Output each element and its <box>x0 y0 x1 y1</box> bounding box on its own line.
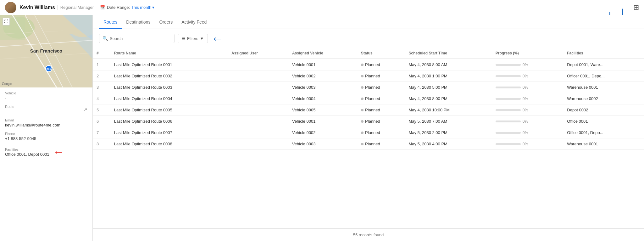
cell-progress: 0% <box>492 116 563 127</box>
progress-bar <box>496 64 521 66</box>
cell-status: Planned <box>357 104 405 116</box>
vehicle-section: Vehicle - <box>5 91 87 100</box>
vehicle-label: Vehicle <box>5 91 87 95</box>
table-row[interactable]: 2 Last Mile Optimized Route 0002 Vehicle… <box>93 70 644 82</box>
progress-pct: 0% <box>523 142 528 146</box>
tab-activity-feed[interactable]: Activity Feed <box>177 15 211 29</box>
status-dot <box>361 75 364 77</box>
main-layout: 280 San Francisco ⛶ Google Vehicle - Rou… <box>0 15 644 241</box>
progress-bar-container: 0% <box>496 131 559 135</box>
external-link-icon[interactable]: ↗ <box>84 107 87 112</box>
progress-pct: 0% <box>523 131 528 135</box>
cell-assigned-user <box>228 116 288 127</box>
phone-section: Phone +1 888-552-9045 <box>5 132 87 141</box>
cell-num: 1 <box>93 59 110 70</box>
col-assigned-vehicle: Assigned Vehicle <box>288 48 357 59</box>
col-progress: Progress (%) <box>492 48 563 59</box>
table-footer: 55 records found <box>93 228 644 241</box>
filters-button[interactable]: ☰ Filters ▼ <box>178 34 208 43</box>
date-range[interactable]: 📅 Date Range: This month ▾ <box>100 5 154 10</box>
search-input[interactable] <box>110 36 171 41</box>
cell-assigned-vehicle: Vehicle 0005 <box>288 104 357 116</box>
tab-orders[interactable]: Orders <box>155 15 177 29</box>
progress-bar-container: 0% <box>496 85 559 90</box>
user-name: Kevin Williams <box>19 5 55 10</box>
progress-bar <box>496 143 521 145</box>
tab-destinations[interactable]: Destinations <box>122 15 155 29</box>
cell-facilities: Officer 0001, Depo... <box>563 70 644 82</box>
table-row[interactable]: 4 Last Mile Optimized Route 0004 Vehicle… <box>93 93 644 104</box>
cell-facilities: Office 0001, Depo... <box>563 127 644 138</box>
cell-start-time: May 4, 2030 5:00 PM <box>405 82 491 93</box>
cell-facilities: Office 0001 <box>563 116 644 127</box>
table-row[interactable]: 1 Last Mile Optimized Route 0001 Vehicle… <box>93 59 644 70</box>
grid-view-icon[interactable]: ⊞ <box>633 3 639 12</box>
email-label: Email <box>5 118 87 122</box>
cell-start-time: May 4, 2030 8:00 AM <box>405 59 491 70</box>
cell-num: 5 <box>93 104 110 116</box>
cell-assigned-vehicle: Vehicle 0003 <box>288 82 357 93</box>
cell-route-name: Last Mile Optimized Route 0003 <box>110 82 228 93</box>
app-header: Kevin Williams Regional Manager 📅 Date R… <box>0 0 644 15</box>
routes-table: # Route Name Assigned User Assigned Vehi… <box>93 48 644 150</box>
facilities-label: Facilities <box>5 148 49 151</box>
email-section: Email kevin.williams@route4me.com <box>5 118 87 127</box>
cell-assigned-vehicle: Vehicle 0001 <box>288 59 357 70</box>
tab-routes[interactable]: Routes <box>99 15 122 29</box>
cell-assigned-user <box>228 82 288 93</box>
google-logo: Google <box>2 82 12 86</box>
cell-assigned-user <box>228 59 288 70</box>
cell-status: Planned <box>357 59 405 70</box>
left-panel: 280 San Francisco ⛶ Google Vehicle - Rou… <box>0 15 93 241</box>
status-dot <box>361 86 364 89</box>
cell-num: 2 <box>93 70 110 82</box>
table-row[interactable]: 7 Last Mile Optimized Route 0007 Vehicle… <box>93 127 644 138</box>
cell-assigned-vehicle: Vehicle 0004 <box>288 93 357 104</box>
cell-start-time: May 5, 2030 7:00 AM <box>405 116 491 127</box>
cell-progress: 0% <box>492 59 563 70</box>
info-panel: Vehicle - Route - ↗ Email kevin.williams… <box>0 87 92 241</box>
table-row[interactable]: 5 Last Mile Optimized Route 0005 Vehicle… <box>93 104 644 116</box>
chevron-down-icon: ▼ <box>200 36 204 41</box>
col-facilities: Facilities <box>563 48 644 59</box>
search-box: 🔍 <box>99 34 175 43</box>
search-icon: 🔍 <box>103 36 108 41</box>
route-section: Route - ↗ <box>5 105 87 114</box>
cell-start-time: May 5, 2030 2:00 PM <box>405 127 491 138</box>
user-role: Regional Manager <box>58 5 94 10</box>
facilities-value: Office 0001, Depot 0001 <box>5 152 49 157</box>
cell-facilities: Depot 0001, Ware... <box>563 59 644 70</box>
right-panel: Routes Destinations Orders Activity Feed… <box>93 15 644 241</box>
filter-icon: ☰ <box>182 36 186 41</box>
table-row[interactable]: 8 Last Mile Optimized Route 0008 Vehicle… <box>93 138 644 150</box>
map-expand-button[interactable]: ⛶ <box>3 18 10 25</box>
cell-status: Planned <box>357 82 405 93</box>
phone-label: Phone <box>5 132 87 136</box>
cell-facilities: Warehouse 0002 <box>563 93 644 104</box>
table-row[interactable]: 6 Last Mile Optimized Route 0006 Vehicle… <box>93 116 644 127</box>
cell-num: 6 <box>93 116 110 127</box>
avatar <box>5 2 16 13</box>
date-range-value[interactable]: This month <box>131 5 151 10</box>
routes-table-container[interactable]: # Route Name Assigned User Assigned Vehi… <box>93 48 644 228</box>
cell-progress: 0% <box>492 127 563 138</box>
cell-status: Planned <box>357 127 405 138</box>
svg-text:280: 280 <box>46 67 51 70</box>
progress-pct: 0% <box>523 85 528 90</box>
cell-assigned-vehicle: Vehicle 0002 <box>288 127 357 138</box>
toolbar: 🔍 ☰ Filters ▼ ← <box>93 29 644 48</box>
cell-facilities: Warehouse 0001 <box>563 138 644 150</box>
cell-num: 7 <box>93 127 110 138</box>
status-dot <box>361 98 364 100</box>
vehicle-value: - <box>5 96 87 100</box>
progress-bar <box>496 109 521 111</box>
progress-pct: 0% <box>523 119 528 124</box>
progress-bar-container: 0% <box>496 119 559 124</box>
status-dot <box>361 120 364 123</box>
cell-route-name: Last Mile Optimized Route 0008 <box>110 138 228 150</box>
table-row[interactable]: 3 Last Mile Optimized Route 0003 Vehicle… <box>93 82 644 93</box>
progress-bar-container: 0% <box>496 74 559 78</box>
cell-start-time: May 4, 2030 8:00 PM <box>405 93 491 104</box>
map-city-label: San Francisco <box>30 48 63 53</box>
cell-num: 4 <box>93 93 110 104</box>
